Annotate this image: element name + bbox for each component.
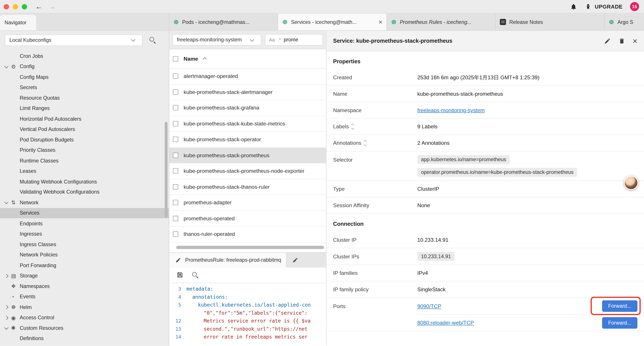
sidebar-item-leases[interactable]: Leases	[0, 166, 169, 177]
row-checkbox[interactable]	[173, 74, 178, 79]
sidebar-item-mutating-webhook-configurations[interactable]: Mutating Webhook Configurations	[0, 177, 169, 187]
sidebar-item-custom-resources[interactable]: ✱Custom Resources	[0, 323, 169, 334]
sidebar-item-validating-webhook-configurations[interactable]: Validating Webhook Configurations	[0, 187, 169, 197]
sidebar-item-horizontal-pod-autoscalers[interactable]: Horizontal Pod Autoscalers	[0, 114, 169, 124]
row-checkbox[interactable]	[173, 137, 178, 142]
horizontal-scrollbar-thumb[interactable]	[176, 246, 324, 249]
chevron-down-icon[interactable]	[4, 326, 8, 330]
sidebar-item-config-maps[interactable]: Config Maps	[0, 72, 169, 82]
sidebar-item-network-policies[interactable]: Network Policies	[0, 250, 169, 260]
sidebar-scrollbar-thumb[interactable]	[164, 122, 168, 217]
close-panel-icon[interactable]: ×	[632, 37, 638, 45]
sidebar-item-definitions[interactable]: Definitions	[0, 333, 169, 344]
dock-tab-prometheusrule[interactable]: PrometheusRule: freeleaps-prod-rabbitmq	[169, 253, 287, 267]
chevron-right-icon[interactable]	[4, 274, 8, 278]
sidebar-item-access-control[interactable]: ◉Access Control	[0, 313, 169, 323]
sidebar-item-events[interactable]: ◔Events	[0, 292, 169, 302]
table-row[interactable]: kube-prometheus-stack-grafana	[169, 100, 326, 116]
sidebar-item-vertical-pod-autoscalers[interactable]: Vertical Pod Autoscalers	[0, 124, 169, 135]
forward-nav-button[interactable]: →	[49, 3, 56, 10]
row-checkbox[interactable]	[173, 184, 178, 189]
events-icon: ◔	[11, 294, 20, 299]
notification-count-badge[interactable]: 15	[630, 2, 639, 11]
table-row[interactable]: kube-prometheus-stack-operator	[169, 132, 326, 147]
tab-pods-icecheng-mathmas[interactable]: ☸Pods - icecheng@mathmas...	[169, 13, 278, 30]
table-row[interactable]: kube-prometheus-stack-prometheus	[169, 148, 326, 163]
dock-tab-partial[interactable]	[288, 253, 302, 267]
namespace-select[interactable]: freeleaps-monitoring-system	[172, 34, 261, 45]
sidebar-item-storage[interactable]: ▤Storage	[0, 271, 169, 281]
traffic-light-minimize-button[interactable]	[13, 4, 18, 9]
row-checkbox[interactable]	[173, 89, 178, 95]
notifications-bell-icon[interactable]	[570, 3, 577, 10]
row-checkbox[interactable]	[173, 153, 178, 158]
sidebar-item-limit-ranges[interactable]: Limit Ranges	[0, 103, 169, 114]
back-button[interactable]: ←	[35, 3, 42, 10]
table-row[interactable]: prometheus-adapter	[169, 195, 326, 211]
chevron-down-icon[interactable]	[4, 200, 8, 204]
sidebar-item-secrets[interactable]: Secrets	[0, 82, 169, 93]
traffic-light-zoom-button[interactable]	[22, 4, 27, 9]
tab-argo-s[interactable]: ☸Argo S	[604, 13, 644, 30]
regex-toggle[interactable]: .*	[278, 37, 281, 42]
table-row[interactable]: alertmanager-operated	[169, 68, 326, 84]
detail-label-text: Session Affinity	[333, 202, 369, 209]
filter-search-input[interactable]: Aa .* prome	[265, 34, 323, 45]
kubeconfig-select[interactable]: Local Kubeconfigs	[5, 34, 142, 45]
row-checkbox[interactable]	[173, 121, 178, 126]
row-checkbox[interactable]	[173, 216, 178, 221]
table-row[interactable]: kube-prometheus-stack-prometheus-node-ex…	[169, 163, 326, 179]
chevron-right-icon[interactable]	[4, 305, 8, 310]
sidebar-item-runtime-classes[interactable]: Runtime Classes	[0, 155, 169, 166]
chevron-down-icon[interactable]	[4, 64, 8, 68]
sort-ascending-icon[interactable]	[203, 57, 207, 61]
upgrade-button[interactable]: UPGRADE	[584, 3, 623, 10]
sidebar-item-namespaces[interactable]: ❖Namespaces	[0, 281, 169, 292]
sort-toggle-icon[interactable]	[364, 140, 366, 145]
edit-pencil-icon[interactable]	[604, 37, 611, 45]
port-link[interactable]: 8080:reloader-web/TCP	[417, 320, 474, 326]
table-row[interactable]: kube-prometheus-stack-thanos-ruler	[169, 179, 326, 195]
table-row[interactable]: kube-prometheus-stack-kube-state-metrics	[169, 116, 326, 132]
table-row[interactable]: prometheus-operated	[169, 211, 326, 226]
name-column-header[interactable]: Name	[184, 56, 198, 62]
sidebar-item-priority-classes[interactable]: Priority Classes	[0, 145, 169, 155]
sidebar-item-services[interactable]: Services	[0, 208, 169, 218]
tab-services-icecheng-math[interactable]: ☸Services - icecheng@math...×	[278, 13, 387, 30]
chevron-right-icon[interactable]	[4, 316, 8, 320]
row-checkbox[interactable]	[173, 105, 178, 110]
sidebar-item-pod-disruption-budgets[interactable]: Pod Disruption Budgets	[0, 135, 169, 145]
sidebar-item-cron-jobs[interactable]: Cron Jobs	[0, 51, 169, 61]
table-row[interactable]: kube-prometheus-stack-alertmanager	[169, 84, 326, 100]
port-link[interactable]: 9090/TCP	[417, 303, 442, 309]
table-row[interactable]: thanos-ruler-operated	[169, 226, 326, 242]
close-tab-icon[interactable]: ×	[378, 18, 382, 26]
sidebar-item-port-forwarding[interactable]: Port Forwarding	[0, 260, 169, 271]
detail-link[interactable]: freeleaps-monitoring-system	[417, 107, 485, 113]
tab-release-notes[interactable]: Release Notes	[496, 13, 605, 30]
row-checkbox[interactable]	[173, 232, 178, 237]
yaml-editor[interactable]: 3metadata:4annotations:5kubectl.kubernet…	[169, 283, 326, 346]
row-checkbox[interactable]	[173, 168, 178, 174]
sidebar-item-config[interactable]: ⚙Config	[0, 61, 169, 72]
sidebar-item-endpoints[interactable]: Endpoints	[0, 218, 169, 229]
sidebar-item-helm[interactable]: ☸Helm	[0, 302, 169, 313]
sidebar-item-network[interactable]: ⇅Network	[0, 197, 169, 208]
select-all-checkbox[interactable]	[173, 56, 178, 61]
sidebar-item-resource-quotas[interactable]: Resource Quotas	[0, 93, 169, 103]
traffic-light-close-button[interactable]	[4, 4, 9, 9]
sidebar-search-icon[interactable]	[149, 36, 156, 43]
sidebar-item-ingresses[interactable]: Ingresses	[0, 229, 169, 239]
sidebar-item-ingress-classes[interactable]: Ingress Classes	[0, 239, 169, 250]
editor-search-icon[interactable]	[192, 271, 199, 278]
forward-button[interactable]: Forward...	[602, 301, 638, 312]
delete-trash-icon[interactable]	[618, 37, 626, 45]
match-case-toggle[interactable]: Aa	[269, 37, 275, 42]
user-avatar[interactable]	[624, 176, 638, 190]
save-icon[interactable]	[176, 271, 184, 279]
forward-button[interactable]: Forward...	[602, 317, 638, 328]
detail-label-text: IP families	[333, 270, 358, 276]
sort-toggle-icon[interactable]	[352, 124, 354, 129]
tab-prometheus-rules-icecheng[interactable]: ☸Prometheus Rules - icecheng...	[387, 13, 496, 30]
row-checkbox[interactable]	[173, 200, 178, 205]
